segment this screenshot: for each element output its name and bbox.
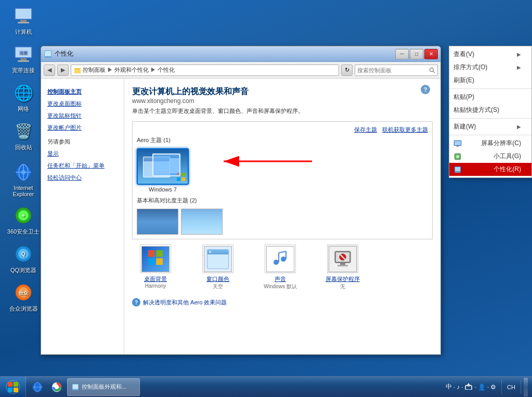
- wallpaper-label[interactable]: 桌面背景: [144, 275, 167, 283]
- svg-text:Q: Q: [21, 251, 25, 257]
- tray-dot4: ·: [487, 383, 489, 391]
- show-desktop-button[interactable]: [524, 378, 528, 396]
- win7-thumbnail: [137, 148, 189, 185]
- desktop: 计算机 连接 宽带连接 🌐 网络 🗑️ 回收站: [0, 0, 532, 397]
- basic-themes: [137, 209, 428, 235]
- tray-user-icon: 👤: [478, 383, 486, 391]
- tray-dot2: ·: [461, 383, 463, 391]
- help-icon[interactable]: ?: [421, 85, 430, 94]
- get-more-link[interactable]: 联机获取更多主题: [382, 126, 428, 134]
- wallpaper-setting[interactable]: 桌面背景 Harmony: [132, 245, 179, 289]
- svg-point-13: [21, 170, 25, 174]
- recycle-icon-label: 回收站: [15, 144, 32, 151]
- ie-icon-label: InternetExplorer: [13, 185, 34, 197]
- svg-point-37: [274, 260, 279, 265]
- basic-theme-1[interactable]: [137, 209, 178, 235]
- context-personalize[interactable]: 个性化(R): [449, 163, 531, 176]
- tray-divider: [501, 380, 502, 394]
- context-paste[interactable]: 粘贴(P): [449, 91, 531, 104]
- sound-sublabel: Windows 默认: [264, 283, 296, 290]
- context-resolution[interactable]: 屏幕分辨率(C): [449, 137, 531, 150]
- sidebar-also-label: 另请参阅: [41, 134, 124, 148]
- sidebar-link-mouse[interactable]: 更改鼠标指针: [41, 110, 124, 122]
- svg-rect-32: [181, 177, 185, 181]
- taskbar-chrome-icon: [51, 381, 62, 393]
- theme-grid: Windows 7: [137, 148, 428, 193]
- resolve-link[interactable]: ? 解决透明度和其他 Aero 效果问题: [132, 298, 433, 306]
- window-controls: ─ □ ✕: [395, 49, 438, 59]
- desktop-icons: 计算机 连接 宽带连接 🌐 网络 🗑️ 回收站: [5, 5, 42, 313]
- hao-icon: 合众: [13, 282, 34, 303]
- tray-input-icon: 中: [446, 382, 452, 391]
- qq-icon-label: QQ浏览器: [10, 266, 36, 274]
- sidebar-main-link[interactable]: 控制面板主页: [41, 84, 124, 98]
- svg-point-56: [456, 155, 459, 158]
- sidebar-link-display[interactable]: 显示: [41, 148, 124, 160]
- context-sort-arrow: ▶: [517, 65, 521, 70]
- sidebar-link-ease[interactable]: 轻松访问中心: [41, 172, 124, 184]
- sound-label[interactable]: 声音: [275, 275, 286, 283]
- desktop-icon-ie[interactable]: InternetExplorer: [5, 162, 42, 197]
- context-new-label: 新建(W): [453, 122, 476, 131]
- start-button[interactable]: [0, 377, 26, 398]
- search-input[interactable]: [357, 67, 429, 73]
- ie-icon: [13, 162, 34, 183]
- screensaver-setting[interactable]: 屏幕保护程序 无: [319, 245, 366, 290]
- personalize-icon: [453, 165, 462, 174]
- desktop-icon-hao[interactable]: 合众 合众浏览器: [5, 282, 42, 313]
- main-title: 更改计算机上的视觉效果和声音: [132, 86, 249, 97]
- svg-rect-29: [177, 173, 180, 176]
- search-box[interactable]: [355, 65, 438, 76]
- screensaver-label[interactable]: 屏幕保护程序: [326, 275, 360, 283]
- sidebar-link-account-pic[interactable]: 更改帐户图片: [41, 122, 124, 134]
- theme-win7[interactable]: Windows 7: [137, 148, 189, 193]
- context-view[interactable]: 查看(V) ▶: [449, 48, 531, 61]
- address-path[interactable]: 控制面板 ▶ 外观和个性化 ▶ 个性化: [71, 65, 339, 76]
- maximize-button[interactable]: □: [410, 49, 423, 59]
- forward-button[interactable]: ▶: [57, 65, 69, 76]
- resolve-link-text: 解决透明度和其他 Aero 效果问题: [143, 299, 227, 306]
- desktop-icon-360[interactable]: + 360安全卫士: [5, 205, 42, 236]
- sidebar-link-taskbar[interactable]: 任务栏和「开始」菜单: [41, 160, 124, 172]
- refresh-button[interactable]: ↻: [341, 65, 353, 76]
- main-content: 更改计算机上的视觉效果和声音 www.xitongcheng.com ? 单击某…: [124, 79, 440, 354]
- desktop-icon-network[interactable]: 🌐 网络: [5, 82, 42, 113]
- desktop-icon-broadband[interactable]: 连接 宽带连接: [5, 44, 42, 74]
- desktop-icon-recycle[interactable]: 🗑️ 回收站: [5, 121, 42, 151]
- svg-rect-58: [455, 167, 460, 171]
- taskbar: 控制面板外观和... 中 · ♪ · · 👤 · ⚙: [0, 376, 532, 397]
- wallpaper-icon: [140, 245, 171, 273]
- minimize-button[interactable]: ─: [395, 49, 409, 59]
- taskbar-ie-quick[interactable]: [29, 378, 46, 396]
- sound-setting[interactable]: 声音 Windows 默认: [257, 245, 304, 290]
- back-button[interactable]: ◀: [44, 65, 55, 76]
- context-view-arrow: ▶: [517, 52, 521, 57]
- window-color-label[interactable]: 窗口颜色: [206, 275, 229, 283]
- taskbar-chrome-quick[interactable]: [48, 378, 66, 396]
- context-new[interactable]: 新建(W) ▶: [449, 120, 531, 133]
- context-sort[interactable]: 排序方式(O) ▶: [449, 61, 531, 74]
- svg-line-41: [279, 251, 286, 253]
- context-refresh[interactable]: 刷新(E): [449, 74, 531, 87]
- desktop-icon-qq[interactable]: Q QQ浏览器: [5, 244, 42, 274]
- tray-network-icon: [464, 382, 473, 391]
- taskbar-controlpanel-app[interactable]: 控制面板外观和...: [67, 378, 140, 396]
- sidebar-link-desktop-icons[interactable]: 更改桌面图标: [41, 98, 124, 110]
- context-gadgets[interactable]: 小工具(G): [449, 150, 531, 163]
- taskbar-ie-icon: [32, 381, 43, 393]
- context-sep-2: [449, 118, 531, 119]
- context-paste-shortcut[interactable]: 粘贴快捷方式(S): [449, 104, 531, 117]
- 360-icon: +: [13, 205, 34, 226]
- window-color-setting[interactable]: 窗口颜色 天空: [194, 245, 241, 290]
- taskbar-tray: 中 · ♪ · · 👤 · ⚙ CH: [439, 378, 532, 396]
- resolve-link-icon: ?: [132, 298, 140, 306]
- close-button[interactable]: ✕: [424, 49, 438, 59]
- desktop-icon-computer[interactable]: 计算机: [5, 5, 42, 36]
- tray-gear-icon: ⚙: [490, 383, 496, 391]
- basic-theme-2[interactable]: [181, 209, 223, 235]
- save-theme-link[interactable]: 保存主题: [354, 126, 377, 134]
- broadband-icon-label: 宽带连接: [12, 67, 35, 74]
- screensaver-icon: [327, 245, 358, 273]
- svg-rect-30: [181, 173, 185, 176]
- svg-rect-2: [20, 20, 27, 22]
